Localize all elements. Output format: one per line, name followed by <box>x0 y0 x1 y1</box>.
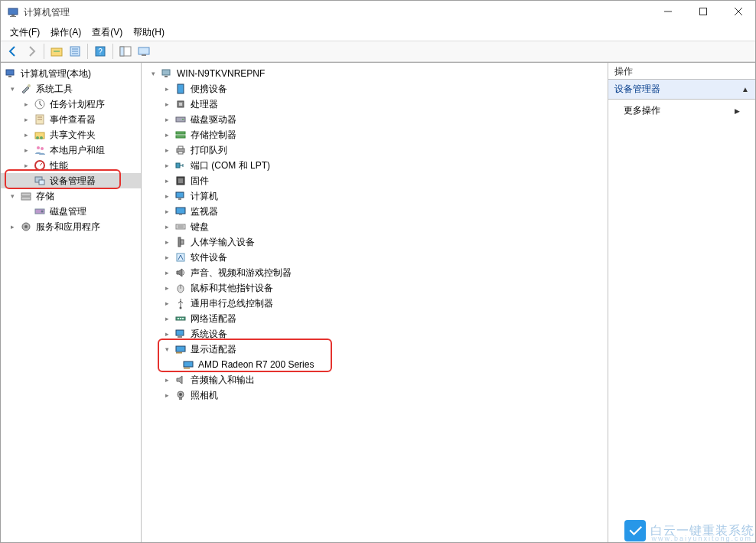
chevron-right-icon[interactable]: ▸ <box>21 99 31 110</box>
node-storage-ctrl[interactable]: ▸存储控制器 <box>142 127 608 142</box>
chevron-right-icon[interactable]: ▸ <box>161 145 172 155</box>
device-root[interactable]: ▾ WIN-N9TKVNREPNF <box>142 66 608 81</box>
node-sound[interactable]: ▸声音、视频和游戏控制器 <box>142 265 608 280</box>
chevron-right-icon[interactable]: ▸ <box>7 221 18 232</box>
chevron-down-icon[interactable]: ▾ <box>148 68 158 79</box>
chevron-down-icon[interactable]: ▾ <box>7 191 18 201</box>
tree-device-manager[interactable]: ▸ 设备管理器 <box>1 173 141 188</box>
tree-root[interactable]: 计算机管理(本地) <box>1 66 141 81</box>
show-hide-tree-button[interactable] <box>116 42 135 61</box>
menu-action[interactable]: 操作(A) <box>46 25 86 41</box>
portable-icon <box>174 83 187 95</box>
node-portable[interactable]: ▸便携设备 <box>142 81 608 96</box>
menu-help[interactable]: 帮助(H) <box>129 25 169 41</box>
chevron-right-icon[interactable]: ▸ <box>161 129 172 140</box>
minimize-button[interactable] <box>650 0 686 23</box>
node-keyboard[interactable]: ▸键盘 <box>142 219 608 234</box>
chevron-right-icon[interactable]: ▸ <box>161 221 172 232</box>
up-button[interactable] <box>47 42 66 61</box>
node-display[interactable]: ▾显示适配器 <box>142 342 608 357</box>
node-mouse[interactable]: ▸鼠标和其他指针设备 <box>142 280 608 296</box>
help-button[interactable]: ? <box>91 42 109 61</box>
tree-services[interactable]: ▸ 服务和应用程序 <box>1 219 141 234</box>
node-audio-io[interactable]: ▸音频输入和输出 <box>142 372 608 388</box>
chevron-down-icon[interactable]: ▾ <box>7 83 18 94</box>
actions-more[interactable]: 更多操作 ▶ <box>608 100 755 122</box>
tree-disk-mgmt[interactable]: ▸ 磁盘管理 <box>1 204 141 219</box>
chevron-down-icon[interactable]: ▾ <box>161 344 172 355</box>
port-icon <box>174 159 187 172</box>
chevron-right-icon[interactable]: ▸ <box>161 283 172 293</box>
node-system-dev[interactable]: ▸系统设备 <box>142 326 608 342</box>
chevron-right-icon[interactable]: ▸ <box>161 252 172 263</box>
chevron-right-icon[interactable]: ▸ <box>161 329 172 339</box>
node-ports[interactable]: ▸端口 (COM 和 LPT) <box>142 158 608 173</box>
chevron-right-icon[interactable]: ▸ <box>21 129 31 140</box>
refresh-button[interactable] <box>135 42 153 61</box>
close-button[interactable] <box>721 0 756 23</box>
tree-performance[interactable]: ▸ 性能 <box>1 158 141 173</box>
node-cpu[interactable]: ▸处理器 <box>142 96 608 112</box>
node-network[interactable]: ▸网络适配器 <box>142 311 608 326</box>
svg-rect-43 <box>179 103 182 106</box>
actions-more-label: 更多操作 <box>624 104 660 117</box>
chevron-right-icon[interactable]: ▸ <box>161 114 172 125</box>
folder-share-icon <box>34 129 46 141</box>
menu-view[interactable]: 查看(V) <box>87 25 127 41</box>
chevron-right-icon[interactable]: ▸ <box>161 206 172 217</box>
tree-label: 磁盘管理 <box>48 205 86 218</box>
node-usb[interactable]: ▸通用串行总线控制器 <box>142 296 608 311</box>
chevron-right-icon[interactable]: ▸ <box>161 298 172 309</box>
node-display-child[interactable]: AMD Radeon R7 200 Series <box>142 357 608 372</box>
chevron-right-icon[interactable]: ▸ <box>161 99 172 110</box>
chevron-right-icon[interactable]: ▸ <box>161 191 172 201</box>
separator <box>87 44 88 59</box>
node-software-dev[interactable]: ▸软件设备 <box>142 250 608 265</box>
tree-task-scheduler[interactable]: ▸ 任务计划程序 <box>1 96 141 112</box>
chevron-right-icon[interactable]: ▸ <box>161 313 172 324</box>
forward-button[interactable] <box>22 42 41 61</box>
chevron-right-icon[interactable]: ▸ <box>161 175 172 186</box>
node-monitor[interactable]: ▸监视器 <box>142 204 608 219</box>
chevron-right-icon[interactable]: ▸ <box>161 390 172 401</box>
tree-storage[interactable]: ▾ 存储 <box>1 188 141 204</box>
chevron-right-icon[interactable]: ▸ <box>161 160 172 171</box>
properties-button[interactable] <box>66 42 84 61</box>
svg-rect-75 <box>184 361 193 367</box>
usb-icon <box>174 297 187 309</box>
tree-shared-folders[interactable]: ▸ 共享文件夹 <box>1 127 141 142</box>
tree-system-tools[interactable]: ▾ 系统工具 <box>1 81 141 96</box>
svg-rect-57 <box>179 214 182 215</box>
mid-pane: ▾ WIN-N9TKVNREPNF ▸便携设备 ▸处理器 ▸磁盘驱动器 ▸存储控… <box>142 63 608 542</box>
tree-event-viewer[interactable]: ▸ 事件查看器 <box>1 112 141 127</box>
collapse-icon[interactable]: ▲ <box>741 85 749 93</box>
svg-text:?: ? <box>98 47 103 56</box>
actions-section[interactable]: 设备管理器 ▲ <box>608 80 755 100</box>
chevron-right-icon[interactable]: ▸ <box>161 237 172 247</box>
node-print-queue[interactable]: ▸打印队列 <box>142 142 608 158</box>
svg-rect-7 <box>51 48 62 56</box>
chevron-right-icon[interactable]: ▸ <box>161 83 172 94</box>
maximize-button[interactable] <box>686 0 721 23</box>
chevron-right-icon[interactable]: ▸ <box>21 145 31 155</box>
tree-local-users[interactable]: ▸ 本地用户和组 <box>1 142 141 158</box>
chevron-right-icon[interactable]: ▸ <box>161 267 172 278</box>
node-camera[interactable]: ▸照相机 <box>142 388 608 403</box>
menu-file[interactable]: 文件(F) <box>5 25 44 41</box>
node-computer[interactable]: ▸计算机 <box>142 188 608 204</box>
node-hid[interactable]: ▸人体学输入设备 <box>142 234 608 250</box>
svg-point-26 <box>36 136 39 139</box>
node-firmware[interactable]: ▸固件 <box>142 173 608 188</box>
svg-rect-17 <box>142 54 146 56</box>
back-button[interactable] <box>4 42 22 61</box>
node-disk-drives[interactable]: ▸磁盘驱动器 <box>142 112 608 127</box>
disk-icon <box>34 205 46 218</box>
chevron-right-icon[interactable]: ▸ <box>21 160 31 171</box>
svg-rect-47 <box>176 136 185 138</box>
keyboard-icon <box>174 221 187 233</box>
tree-label: 固件 <box>189 175 209 188</box>
tree-label: 事件查看器 <box>48 113 96 126</box>
chevron-right-icon[interactable]: ▸ <box>161 375 172 385</box>
svg-rect-0 <box>8 8 18 15</box>
chevron-right-icon[interactable]: ▸ <box>21 114 31 125</box>
